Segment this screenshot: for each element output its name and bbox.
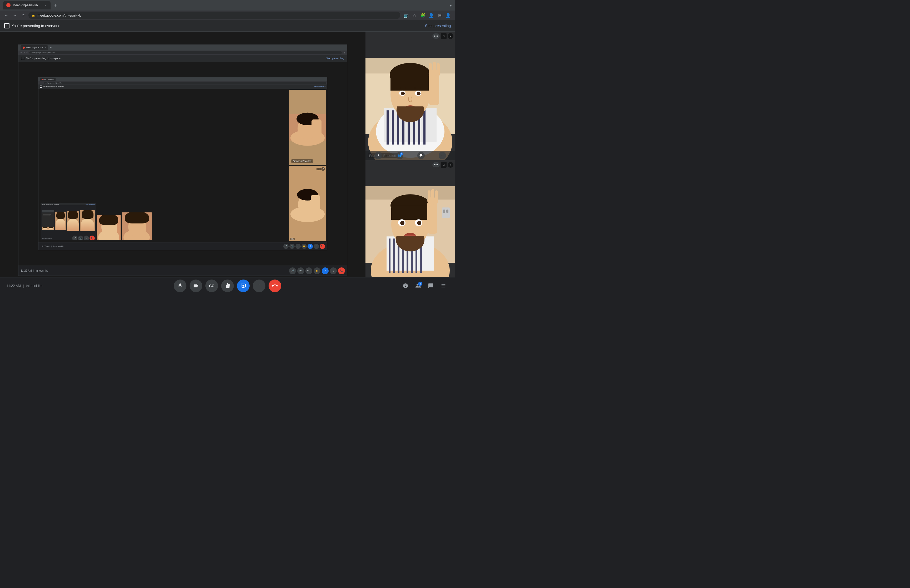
rm-end[interactable]: 📞 bbox=[89, 236, 95, 240]
l1-end-btn[interactable]: 📞 bbox=[338, 267, 345, 274]
stop-presenting-button[interactable]: Stop presenting bbox=[425, 24, 451, 28]
inner-thumb-face-2 bbox=[66, 211, 79, 231]
l2-url: meet.google.com/tnj-esni-ikb bbox=[45, 82, 61, 84]
chat-icon-btn[interactable] bbox=[425, 281, 436, 291]
francois-activities-btn[interactable]: ⋯ bbox=[439, 152, 446, 159]
main-content: Meet - tnj-esni-ikb × + ← → ↺ meet.googl… bbox=[0, 32, 455, 289]
nested-back[interactable]: ← bbox=[20, 51, 22, 54]
extensions-icon[interactable]: 🧩 bbox=[419, 11, 427, 19]
level2-favicon bbox=[42, 79, 43, 80]
nested-address-bar[interactable]: meet.google.com/tnj-esni-ikb bbox=[29, 51, 341, 54]
nested-reload[interactable]: ↺ bbox=[26, 51, 28, 54]
nested-more[interactable]: ⋮ bbox=[343, 51, 346, 54]
francois-people-btn[interactable]: 👥 3 bbox=[396, 152, 403, 159]
you-more-menu[interactable] bbox=[432, 162, 440, 167]
presenting-banner: You're presenting to everyone Stop prese… bbox=[0, 20, 455, 32]
r2-expand[interactable]: ⤢ bbox=[321, 167, 325, 171]
level2-tab: Meet - tnj-esni-ikb bbox=[40, 78, 55, 81]
nested-new-tab[interactable]: + bbox=[50, 46, 52, 49]
rm-mic[interactable]: 🎤 bbox=[72, 236, 78, 240]
present-button[interactable] bbox=[237, 279, 250, 292]
l1-cam-btn[interactable]: 📷 bbox=[297, 267, 304, 274]
participants-badge: 3 bbox=[418, 282, 422, 286]
l2-cam-btn[interactable]: 📷 bbox=[289, 244, 295, 249]
account-icon[interactable]: 👤 bbox=[444, 11, 452, 19]
nested-presenting-banner: You're presenting to everyone Stop prese… bbox=[18, 55, 347, 62]
captions-button[interactable]: CC bbox=[205, 279, 218, 292]
l2-hand-btn[interactable]: ✋ bbox=[302, 244, 307, 249]
participants-icon-btn[interactable]: 3 bbox=[413, 281, 423, 291]
l1-cc-btn[interactable]: CC bbox=[305, 267, 312, 274]
tab-close-button[interactable]: × bbox=[43, 3, 47, 7]
svg-point-68 bbox=[400, 221, 404, 225]
svg-point-3 bbox=[100, 215, 117, 224]
right-video-panels: François Beaufort ••• ⤢ bbox=[289, 90, 326, 241]
info-icon-btn[interactable] bbox=[400, 281, 411, 291]
nested-url: meet.google.com/tnj-esni-ikb bbox=[31, 52, 55, 53]
l1-sep: | bbox=[34, 269, 34, 272]
l1-hand-btn[interactable]: ✋ bbox=[314, 267, 320, 274]
toolbar-right: 3 bbox=[400, 281, 449, 291]
you-top-controls: □ ⤢ bbox=[432, 162, 453, 168]
l2-back[interactable]: ← bbox=[39, 82, 41, 84]
new-tab-button[interactable]: + bbox=[52, 2, 59, 9]
svg-rect-52 bbox=[446, 210, 448, 213]
participant-video-francois-top: □ ⤢ François Beaufort ℹ 👥 3 💬 ⋯ bbox=[365, 32, 455, 160]
right-panel-1: François Beaufort bbox=[289, 90, 326, 165]
svg-rect-27 bbox=[392, 110, 394, 144]
l2-cc-btn[interactable]: CC bbox=[296, 244, 301, 249]
address-bar[interactable]: 🔒 meet.google.com/tnj-esni-ikb bbox=[28, 11, 400, 19]
nested-tab-close[interactable]: × bbox=[45, 47, 46, 48]
mic-button[interactable] bbox=[174, 279, 186, 292]
end-call-button[interactable] bbox=[266, 277, 284, 294]
back-button[interactable]: ← bbox=[3, 12, 10, 18]
nested-browser-tabs: Meet - tnj-esni-ikb × + bbox=[18, 45, 347, 50]
svg-rect-51 bbox=[443, 210, 445, 213]
raise-hand-button[interactable] bbox=[221, 279, 234, 292]
svg-rect-4 bbox=[112, 220, 116, 233]
you-screen-btn[interactable]: □ bbox=[441, 162, 446, 168]
inner-thumb-1 bbox=[42, 210, 54, 231]
right-panel-2: ••• ⤢ bbox=[289, 166, 326, 241]
bookmark-icon[interactable]: ☆ bbox=[411, 11, 418, 19]
l2-forward[interactable]: → bbox=[42, 82, 43, 84]
svg-rect-19 bbox=[311, 195, 320, 212]
nested-stop-button[interactable]: Stop presenting bbox=[326, 57, 344, 60]
profile-icon[interactable]: 👤 bbox=[428, 11, 435, 19]
rm-cam[interactable]: 📷 bbox=[78, 236, 83, 240]
activities-icon-btn[interactable] bbox=[438, 281, 449, 291]
more-options-button[interactable]: ⋮ bbox=[253, 279, 265, 292]
r2-more-dots[interactable]: ••• bbox=[317, 168, 321, 170]
reload-button[interactable]: ↺ bbox=[20, 12, 26, 18]
l1-mic-btn[interactable]: 🎤 bbox=[289, 267, 296, 274]
active-tab[interactable]: Meet - tnj-esni-ikb × bbox=[3, 1, 50, 10]
l1-more-btn[interactable]: ⋮ bbox=[330, 267, 337, 274]
forward-button[interactable]: → bbox=[11, 12, 18, 18]
nested-tab-title: Meet - tnj-esni-ikb bbox=[26, 46, 43, 49]
camera-button[interactable] bbox=[189, 279, 202, 292]
l1-present-btn[interactable]: 🖥 bbox=[322, 267, 329, 274]
francois-chat-btn[interactable]: 💬 bbox=[417, 152, 425, 159]
l2-addr[interactable]: meet.google.com/tnj-esni-ikb bbox=[44, 82, 326, 84]
split-view-icon[interactable]: ⊞ bbox=[436, 11, 443, 19]
browser-nav-bar: ← → ↺ 🔒 meet.google.com/tnj-esni-ikb 📺 ☆… bbox=[0, 11, 455, 20]
tab-dropdown-button[interactable]: ▾ bbox=[450, 3, 452, 8]
rm-more[interactable]: ⋮ bbox=[84, 236, 89, 240]
cast-icon[interactable]: 📺 bbox=[402, 11, 410, 19]
svg-rect-26 bbox=[386, 110, 389, 144]
l2-end-btn[interactable]: 📞 bbox=[320, 244, 325, 249]
l2-more-btn[interactable]: ⋮ bbox=[314, 244, 319, 249]
nested-nav-bar: ← → ↺ meet.google.com/tnj-esni-ikb ⋮ bbox=[18, 50, 347, 55]
l2-stop-btn[interactable]: Stop presenting bbox=[314, 86, 325, 87]
l2-present-btn[interactable]: 🖥 bbox=[307, 244, 313, 249]
francois-top-more-menu[interactable] bbox=[432, 34, 440, 39]
l2-mic-btn[interactable]: 🎤 bbox=[283, 244, 289, 249]
francois-top-screen-btn[interactable]: □ bbox=[441, 33, 446, 39]
francois-top-expand[interactable]: ⤢ bbox=[448, 33, 453, 39]
svg-rect-36 bbox=[391, 75, 430, 90]
nested-forward[interactable]: → bbox=[23, 51, 25, 54]
screen-share-area: Meet - tnj-esni-ikb × + ← → ↺ meet.googl… bbox=[0, 32, 365, 289]
francois-info-btn[interactable]: ℹ bbox=[375, 152, 382, 159]
you-expand-btn[interactable]: ⤢ bbox=[448, 162, 453, 168]
inner-thumb-face-1 bbox=[55, 212, 66, 230]
